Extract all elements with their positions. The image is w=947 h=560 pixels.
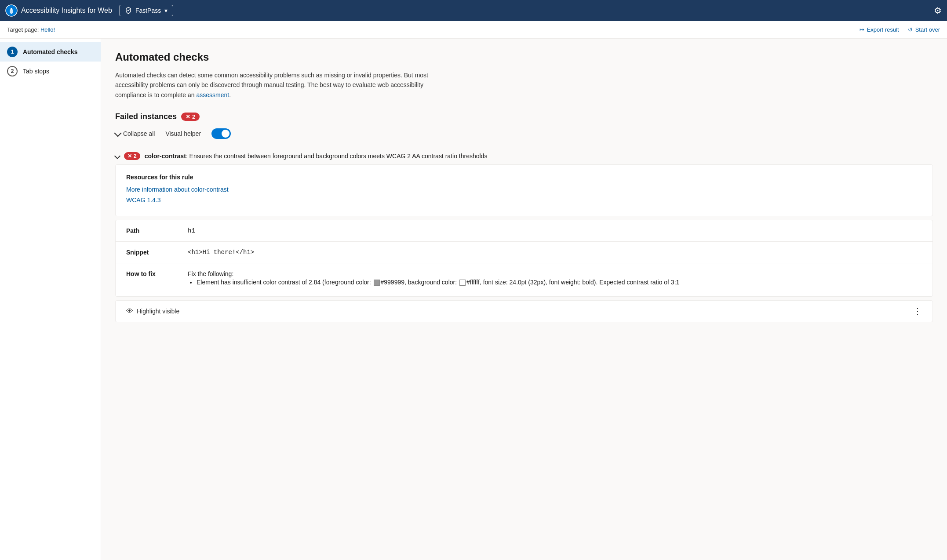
snippet-value: <h1>Hi there!</h1>	[188, 249, 254, 256]
target-link[interactable]: Hello!	[40, 26, 55, 33]
highlight-left: 👁 Highlight visible	[126, 307, 179, 315]
bg-color-swatch	[459, 280, 466, 286]
fix-intro: Fix the following:	[188, 270, 233, 277]
export-label: Export result	[867, 26, 899, 33]
resources-title: Resources for this rule	[126, 174, 922, 181]
step-1-number: 1	[11, 49, 14, 55]
detail-card: Path h1 Snippet <h1>Hi there!</h1> How t…	[115, 220, 933, 296]
top-bar: Accessibility Insights for Web FastPass …	[0, 0, 947, 21]
fail-badge-x: ✕	[186, 113, 190, 120]
step-2-number: 2	[11, 68, 14, 74]
chevron-down-icon	[114, 129, 122, 137]
page-description: Automated checks can detect some common …	[115, 70, 432, 100]
fastpass-label: FastPass	[135, 7, 161, 14]
failed-instances-header: Failed instances ✕ 2	[115, 112, 933, 121]
path-label: Path	[126, 227, 170, 234]
fastpass-dropdown[interactable]: FastPass ▾	[119, 5, 173, 16]
visual-helper-label: Visual helper	[165, 130, 201, 137]
rule-row[interactable]: ✕ 2 color-contrast: Ensures the contrast…	[115, 148, 933, 164]
description-end: .	[229, 91, 231, 98]
sidebar: 1 Automated checks 2 Tab stops	[0, 39, 101, 560]
resources-card: Resources for this rule More information…	[115, 164, 933, 216]
failed-instances-badge: ✕ 2	[181, 113, 200, 121]
collapse-all-button[interactable]: Collapse all	[115, 130, 155, 137]
fix-text-mid: , background color:	[404, 279, 459, 286]
fix-list: Element has insufficient color contrast …	[188, 277, 679, 287]
target-prefix: Target page:	[7, 26, 39, 33]
rule-badge-x: ✕	[127, 153, 132, 159]
target-bar: Target page: Hello! ↦ Export result ↺ St…	[0, 21, 947, 39]
snippet-label: Snippet	[126, 249, 170, 256]
fix-item-1: Element has insufficient color contrast …	[197, 277, 679, 287]
fix-label: How to fix	[126, 270, 170, 289]
resource-link-wcag[interactable]: WCAG 1.4.3	[126, 196, 922, 204]
controls-row: Collapse all Visual helper	[115, 128, 933, 139]
resource-link-color-contrast[interactable]: More information about color-contrast	[126, 186, 922, 193]
app-title: Accessibility Insights for Web	[21, 7, 112, 15]
failed-instances-title: Failed instances	[115, 112, 177, 121]
fg-color-value: #999999	[381, 279, 405, 286]
rule-badge-count: 2	[134, 153, 137, 159]
eye-icon: 👁	[126, 307, 133, 315]
fg-color-swatch	[374, 280, 380, 286]
fix-value: Fix the following: Element has insuffici…	[188, 270, 679, 289]
settings-button[interactable]: ⚙	[934, 5, 942, 16]
rule-text: color-contrast: Ensures the contrast bet…	[145, 153, 488, 160]
detail-row-snippet: Snippet <h1>Hi there!</h1>	[116, 242, 932, 263]
highlight-label: Highlight visible	[137, 308, 179, 315]
fix-text-after: , font size: 24.0pt (32px), font weight:…	[480, 279, 679, 286]
sidebar-item-tab-stops[interactable]: 2 Tab stops	[0, 62, 101, 81]
detail-row-fix: How to fix Fix the following: Element ha…	[116, 263, 932, 296]
rule-chevron-icon	[114, 153, 120, 159]
fastpass-chevron: ▾	[164, 7, 168, 14]
sidebar-label-tab-stops: Tab stops	[23, 68, 49, 75]
start-over-label: Start over	[915, 26, 940, 33]
sidebar-label-automated-checks: Automated checks	[23, 48, 77, 55]
logo-icon	[5, 4, 18, 17]
sidebar-item-automated-checks[interactable]: 1 Automated checks	[0, 42, 101, 62]
assessment-link[interactable]: assessment	[196, 91, 229, 98]
target-bar-actions: ↦ Export result ↺ Start over	[860, 26, 940, 33]
fastpass-icon	[125, 7, 132, 14]
rule-badge: ✕ 2	[124, 152, 140, 160]
bg-color-value: #ffffff	[466, 279, 480, 286]
description-text: Automated checks can detect some common …	[115, 72, 428, 98]
highlight-footer: 👁 Highlight visible ⋮	[115, 300, 933, 322]
export-icon: ↦	[860, 26, 864, 33]
fix-text-before: Element has insufficient color contrast …	[197, 279, 373, 286]
target-page-info: Target page: Hello!	[7, 26, 55, 33]
top-bar-left: Accessibility Insights for Web FastPass …	[5, 4, 173, 17]
fail-badge-count: 2	[192, 113, 195, 120]
path-value: h1	[188, 227, 195, 234]
collapse-all-label: Collapse all	[123, 130, 155, 137]
more-options-button[interactable]: ⋮	[913, 306, 922, 316]
visual-helper-toggle[interactable]	[211, 128, 231, 139]
svg-point-1	[11, 8, 12, 10]
content-area: Automated checks Automated checks can de…	[101, 39, 947, 560]
app-logo: Accessibility Insights for Web	[5, 4, 112, 17]
main-layout: 1 Automated checks 2 Tab stops Automated…	[0, 39, 947, 560]
step-1-circle: 1	[7, 47, 18, 57]
step-2-circle: 2	[7, 66, 18, 76]
detail-row-path: Path h1	[116, 220, 932, 242]
start-over-button[interactable]: ↺ Start over	[908, 26, 940, 33]
export-result-button[interactable]: ↦ Export result	[860, 26, 899, 33]
start-over-icon: ↺	[908, 26, 913, 33]
rule-description: : Ensures the contrast between foregroun…	[186, 153, 488, 160]
page-title: Automated checks	[115, 51, 933, 63]
rule-name: color-contrast	[145, 153, 186, 160]
